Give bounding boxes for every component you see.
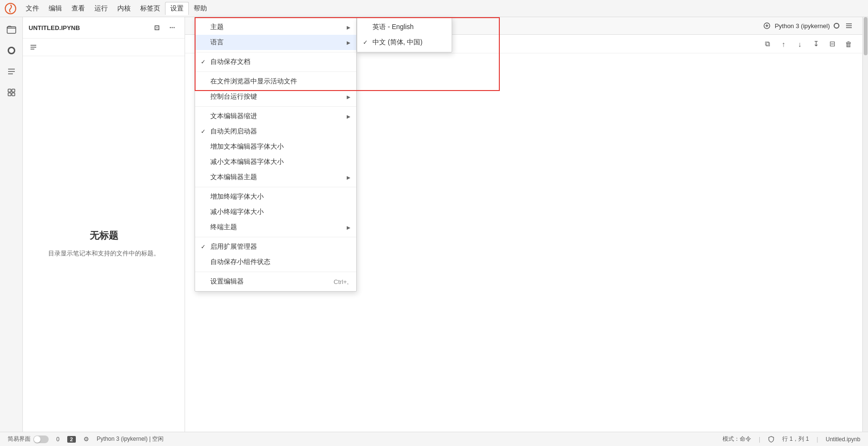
menu-autosave[interactable]: 自动保存文档: [195, 54, 356, 70]
notebook-empty-title: 无标题: [90, 229, 118, 242]
more-icon[interactable]: ···: [165, 21, 179, 34]
settings-shortcut: Ctrl+,: [334, 278, 349, 285]
status-bar: 简易界面 0 2 ⚙ Python 3 (ipykernel) | 空闲 模式：…: [0, 432, 868, 446]
status-badge: 2: [67, 436, 76, 443]
kernel-menu-icon[interactable]: [843, 20, 855, 31]
menu-help[interactable]: 帮助: [189, 2, 212, 15]
menu-section-7: 设置编辑器 Ctrl+,: [195, 272, 356, 291]
svg-rect-1: [7, 27, 16, 33]
lang-chinese[interactable]: 中文 (简体, 中国): [357, 35, 452, 50]
main-layout: UNTITLED.IPYNB ⊡ ··· 无标题 目录显示笔记本和支持的文件中的…: [0, 17, 868, 432]
lang-submenu: 英语 - English 中文 (简体, 中国): [357, 17, 452, 52]
sync-icon[interactable]: ⊡: [150, 21, 164, 34]
toc-content: 无标题 目录显示笔记本和支持的文件中的标题。: [23, 56, 185, 432]
sidebar-icon-toc[interactable]: [3, 63, 20, 80]
settings-menu: 主题 语言 自动保存文档 在文件浏览器中显示活动文件 控制台运行按键 文本编辑器…: [195, 17, 357, 292]
menu-view[interactable]: 查看: [67, 2, 90, 15]
cell-copy-icon[interactable]: ⧉: [761, 38, 774, 50]
simple-mode-label: 简易界面: [8, 435, 31, 443]
menu-auto-close[interactable]: 自动关闭启动器: [195, 124, 356, 139]
menu-section-4: 文本编辑器缩进 自动关闭启动器 增加文本编辑器字体大小 减小文本编辑器字体大小 …: [195, 107, 356, 187]
menu-dec-term-font[interactable]: 减小终端字体大小: [195, 204, 356, 220]
toggle-switch[interactable]: [33, 436, 49, 443]
list-icon[interactable]: [27, 41, 40, 54]
file-panel-toolbar: [23, 39, 185, 56]
sidebar-icon-folder[interactable]: [3, 21, 20, 38]
menu-editor-indent[interactable]: 文本编辑器缩进: [195, 109, 356, 124]
cell-down-icon[interactable]: ↓: [794, 38, 806, 50]
menu-section-3: 在文件浏览器中显示活动文件 控制台运行按键: [195, 72, 356, 107]
lang-english[interactable]: 英语 - English: [357, 20, 452, 35]
cell-delete-icon[interactable]: 🗑: [842, 38, 855, 50]
status-sep1: |: [759, 436, 760, 443]
menu-section-6: 启用扩展管理器 自动保存小组件状态: [195, 237, 356, 272]
cell-up-icon[interactable]: ↑: [777, 38, 790, 50]
menu-inc-font[interactable]: 增加文本编辑器字体大小: [195, 139, 356, 154]
menu-file[interactable]: 文件: [21, 2, 44, 15]
menu-run[interactable]: 运行: [90, 2, 113, 15]
status-count1: 0: [56, 436, 60, 443]
menu-section-1: 主题 语言: [195, 18, 356, 52]
toggle-knob: [34, 436, 41, 443]
cell-export-icon[interactable]: ↧: [810, 38, 822, 50]
menu-editor-theme[interactable]: 文本编辑器主题: [195, 170, 356, 185]
menu-settings-editor[interactable]: 设置编辑器 Ctrl+,: [195, 274, 356, 289]
svg-rect-9: [8, 93, 11, 96]
sidebar: [0, 17, 23, 432]
menu-section-2: 自动保存文档: [195, 52, 356, 72]
menu-section-5: 增加终端字体大小 减小终端字体大小 终端主题: [195, 187, 356, 237]
cell-format-icon[interactable]: ⊟: [826, 38, 838, 50]
kernel-name: Python 3 (ipykernel): [775, 22, 830, 30]
menu-dec-font[interactable]: 减小文本编辑器字体大小: [195, 154, 356, 170]
menu-settings[interactable]: 设置: [165, 2, 189, 15]
status-sep2: |: [816, 436, 818, 443]
svg-point-3: [9, 48, 14, 53]
menu-term-theme[interactable]: 终端主题: [195, 220, 356, 235]
file-panel-title: UNTITLED.IPYNB: [29, 24, 80, 31]
svg-rect-7: [8, 89, 11, 92]
menu-edit[interactable]: 编辑: [44, 2, 67, 15]
menu-show-active[interactable]: 在文件浏览器中显示活动文件: [195, 74, 356, 89]
menu-tabs[interactable]: 标签页: [135, 2, 165, 15]
notebook-empty-desc: 目录显示笔记本和支持的文件中的标题。: [48, 248, 160, 259]
shield-icon: [768, 436, 775, 443]
menu-theme[interactable]: 主题: [195, 20, 356, 35]
status-kernel: Python 3 (ipykernel) | 空闲: [97, 435, 164, 443]
status-filename: Untitled.ipynb: [826, 436, 860, 443]
menu-inc-term-font[interactable]: 增加终端字体大小: [195, 189, 356, 204]
app-logo: [4, 2, 17, 15]
status-position: 行 1，列 1: [782, 435, 809, 443]
menu-extensions[interactable]: 启用扩展管理器: [195, 239, 356, 254]
scrollbar[interactable]: [862, 17, 868, 432]
svg-rect-10: [12, 93, 15, 96]
kernel-status-circle: [834, 23, 839, 29]
kernel-info: Python 3 (ipykernel): [763, 20, 855, 31]
status-settings-icon[interactable]: ⚙: [83, 436, 89, 443]
file-panel: UNTITLED.IPYNB ⊡ ··· 无标题 目录显示笔记本和支持的文件中的…: [23, 17, 185, 432]
file-panel-header: UNTITLED.IPYNB ⊡ ···: [23, 17, 185, 39]
menu-language[interactable]: 语言: [195, 35, 356, 50]
menu-bar: 文件 编辑 查看 运行 内核 标签页 设置 帮助: [0, 0, 868, 17]
status-mode: 模式：命令: [723, 435, 751, 443]
menu-widget-state[interactable]: 自动保存小组件状态: [195, 254, 356, 270]
sidebar-icon-circle[interactable]: [3, 42, 20, 59]
svg-rect-8: [12, 89, 15, 92]
sidebar-icon-extensions[interactable]: [3, 84, 20, 101]
simple-mode-toggle[interactable]: 简易界面: [8, 435, 49, 443]
menu-kernel[interactable]: 内核: [113, 2, 135, 15]
menu-console-run[interactable]: 控制台运行按键: [195, 89, 356, 104]
